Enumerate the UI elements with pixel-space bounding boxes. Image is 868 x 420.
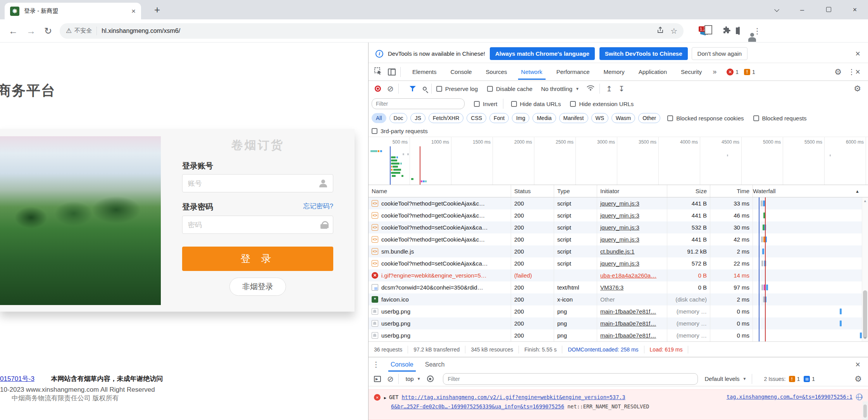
forward-icon[interactable]: → [26, 26, 36, 36]
initiator-link[interactable]: jquery_min.js:3 [600, 212, 639, 219]
hide-data-urls-checkbox[interactable] [511, 101, 517, 107]
sort-arrow-icon[interactable]: ▲ [855, 189, 859, 194]
filter-chip-fetch-xhr[interactable]: Fetch/XHR [429, 113, 463, 123]
search-icon[interactable] [423, 87, 427, 91]
url-text[interactable]: hl.xinshangmeng.com/xsm6/ [102, 27, 650, 34]
blocked-requests-checkbox[interactable] [753, 115, 759, 121]
table-row[interactable]: <>cookieTool?method=getCookieAjax&c…200s… [369, 233, 862, 245]
export-har-icon[interactable]: ↧ [618, 84, 625, 93]
table-row[interactable]: ✕i.gif?engine=webkit&engine_version=5…(f… [369, 269, 862, 281]
icp-license-link[interactable]: 015701号-3 [0, 375, 34, 382]
initiator-link[interactable]: ct.bundle.js:1 [600, 248, 634, 255]
network-table-header[interactable]: NameStatusTypeInitiatorSizeTimeWaterfall… [369, 185, 868, 197]
network-conditions-icon[interactable] [586, 84, 595, 93]
blocked-cookies-checkbox[interactable] [667, 115, 673, 121]
more-tabs-icon[interactable]: » [713, 68, 716, 76]
console-sidebar-icon[interactable]: ▶ [374, 376, 381, 382]
table-row[interactable]: <>cookieTool?method=setCookieAjax&ca…200… [369, 221, 862, 233]
column-header-waterfall[interactable]: Waterfall▲ [753, 185, 868, 197]
filter-chip-media[interactable]: Media [532, 113, 556, 123]
filter-chip-doc[interactable]: Doc [389, 113, 408, 123]
filter-funnel-icon[interactable] [410, 86, 416, 92]
error-url-link[interactable]: http://tag.xinshangmeng.com/v2/i.gif?eng… [402, 394, 625, 400]
initiator-link[interactable]: main-1fbaa0e7e81f… [600, 332, 656, 339]
scroll-thumb[interactable] [863, 290, 867, 339]
console-settings-gear-icon[interactable]: ⚙ [854, 374, 862, 384]
devtools-tab-performance[interactable]: Performance [555, 64, 591, 80]
reload-icon[interactable]: ↻ [44, 26, 52, 36]
table-row[interactable]: *favicon.ico200x-iconOther(disk cache)2 … [369, 293, 862, 305]
column-header-type[interactable]: Type [554, 185, 597, 197]
third-party-checkbox[interactable] [372, 128, 377, 134]
column-header-time[interactable]: Time [710, 185, 753, 197]
column-header-name[interactable]: Name [369, 185, 511, 197]
devtools-tab-security[interactable]: Security [679, 64, 703, 80]
window-chevron-icon[interactable] [763, 6, 789, 14]
filter-chip-other[interactable]: Other [638, 113, 660, 123]
console-context-select[interactable]: top [406, 375, 414, 382]
filter-chip-all[interactable]: All [372, 113, 386, 123]
console-filter-input[interactable]: Filter [443, 373, 698, 385]
tab-close-icon[interactable]: × [131, 7, 136, 15]
table-row[interactable]: userbg.png200pngmain-1fbaa0e7e81f…(memor… [369, 305, 862, 317]
filter-chip-img[interactable]: Img [512, 113, 529, 123]
default-levels-select[interactable]: Default levels [705, 375, 740, 382]
throttling-select[interactable]: No throttling [541, 86, 572, 92]
devtools-settings-gear-icon[interactable]: ⚙ [834, 67, 842, 77]
table-row[interactable]: userbg.png200pngmain-1fbaa0e7e81f…(memor… [369, 317, 862, 329]
preserve-log-checkbox[interactable] [436, 86, 442, 92]
hide-extension-urls-checkbox[interactable] [570, 101, 576, 107]
drawer-kebab-icon[interactable]: ⋮ [372, 360, 380, 369]
initiator-link[interactable]: main-1fbaa0e7e81f… [600, 320, 656, 327]
table-row[interactable]: dcsm?conwid=240&conhei=350&rdid…200text/… [369, 281, 862, 293]
record-button[interactable] [375, 86, 381, 92]
initiator-link[interactable]: jquery_min.js:3 [600, 224, 639, 231]
initiator-link[interactable]: jquery_min.js:3 [600, 236, 639, 243]
error-url2-link[interactable]: 6&br…252F-de02c0b…-1699075256339&ua_info… [391, 403, 564, 410]
drawer-tab-console[interactable]: Console [390, 358, 414, 372]
device-toolbar-icon[interactable] [388, 69, 396, 75]
account-input[interactable]: 账号 [182, 174, 333, 192]
drawer-tab-search[interactable]: Search [424, 358, 446, 372]
console-scrollbar[interactable] [863, 401, 868, 420]
share-icon[interactable] [656, 26, 664, 36]
column-header-size[interactable]: Size [667, 185, 710, 197]
new-tab-button[interactable]: + [154, 4, 160, 16]
nontobacco-login-button[interactable]: 非烟登录 [229, 278, 286, 296]
password-input[interactable]: 密码 [182, 216, 333, 234]
devtools-tab-network[interactable]: Network [520, 64, 544, 80]
devtools-kebab-icon[interactable]: ⋮ [848, 67, 855, 76]
clear-console-icon[interactable]: ⊘ [387, 374, 394, 384]
devtools-tab-memory[interactable]: Memory [602, 64, 626, 80]
devtools-tab-sources[interactable]: Sources [484, 64, 509, 80]
devtools-tab-console[interactable]: Console [449, 64, 474, 80]
error-source-link[interactable]: tag.xinshangmeng.com…fo=&ts=1699075256:1 [727, 394, 852, 400]
filter-chip-js[interactable]: JS [410, 113, 425, 123]
initiator-link[interactable]: main-1fbaa0e7e81f… [600, 308, 656, 315]
initiator-link[interactable]: jquery_min.js:3 [600, 260, 639, 267]
banner-close-icon[interactable]: × [855, 49, 860, 59]
window-maximize-button[interactable] [815, 6, 842, 14]
network-overview-timeline[interactable]: 500 ms1000 ms1500 ms2000 ms2500 ms3000 m… [369, 137, 868, 185]
filter-chip-font[interactable]: Font [489, 113, 509, 123]
table-row[interactable]: <>cookieTool?method=setCookieAjax&ca…200… [369, 257, 862, 269]
login-button[interactable]: 登 录 [182, 247, 333, 271]
filter-chip-manifest[interactable]: Manifest [559, 113, 588, 123]
initiator-link[interactable]: jquery_min.js:3 [600, 200, 639, 207]
window-close-button[interactable]: × [842, 6, 868, 14]
scroll-up-icon[interactable]: ▲ [862, 199, 868, 203]
filter-chip-ws[interactable]: WS [591, 113, 609, 123]
devtools-close-icon[interactable]: × [855, 67, 860, 77]
extension-copy-icon[interactable] [706, 27, 708, 34]
table-row[interactable]: <>cookieTool?method=getCookieAjax&c…200s… [369, 197, 862, 209]
scroll-down-icon[interactable]: ▼ [862, 336, 868, 340]
console-error-message[interactable]: ✕ ▶GET http://tag.xinshangmeng.com/v2/i.… [369, 389, 868, 420]
network-filter-input[interactable]: Filter [372, 98, 465, 109]
extensions-puzzle-icon[interactable] [722, 26, 731, 36]
network-table-scrollbar[interactable]: ▲ ▼ [862, 197, 868, 341]
invert-checkbox[interactable] [474, 101, 480, 107]
issues-counter[interactable]: 2 Issues: ! 1 ▤ 1 [764, 376, 815, 382]
switch-chinese-button[interactable]: Switch DevTools to Chinese [599, 47, 688, 60]
dont-show-again-button[interactable]: Don't show again [692, 47, 748, 60]
filter-chip-css[interactable]: CSS [467, 113, 486, 123]
